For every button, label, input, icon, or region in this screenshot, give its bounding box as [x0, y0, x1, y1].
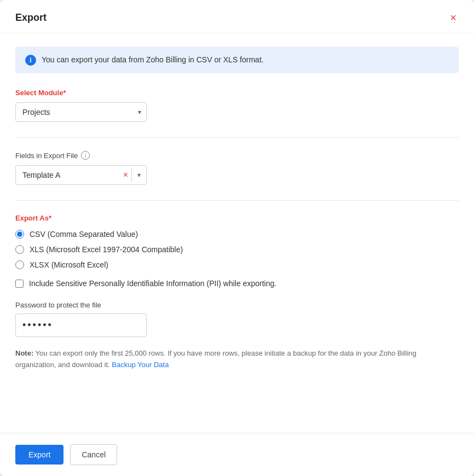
modal-title: Export [15, 12, 47, 24]
radio-xls-input[interactable] [15, 245, 24, 254]
radio-xls[interactable]: XLS (Microsoft Excel 1997-2004 Compatibl… [15, 245, 459, 254]
fields-export-label: Fields in Export File [15, 152, 78, 160]
radio-xlsx-input[interactable] [15, 260, 24, 269]
password-section: Password to protect the file [15, 301, 459, 348]
note-body: You can export only the first 25,000 row… [15, 349, 417, 369]
select-module-label: Select Module* [15, 89, 459, 97]
password-label: Password to protect the file [15, 301, 459, 309]
fields-export-info-icon[interactable]: i [81, 151, 90, 160]
radio-xls-label: XLS (Microsoft Excel 1997-2004 Compatibl… [30, 245, 183, 254]
export-as-label: Export As* [15, 214, 459, 222]
close-button[interactable]: × [448, 11, 459, 24]
info-icon: i [25, 55, 36, 66]
template-select-wrapper: Template A × ▾ [15, 165, 147, 185]
info-banner-text: You can export your data from Zoho Billi… [42, 54, 264, 66]
fields-export-section: Fields in Export File i Template A × ▾ [15, 151, 459, 185]
divider-1 [15, 137, 459, 138]
template-value: Template A [16, 166, 120, 184]
radio-csv-input[interactable] [15, 230, 24, 239]
divider-2 [15, 200, 459, 201]
module-select[interactable]: Projects Invoices Customers Items [15, 102, 147, 122]
module-select-wrapper: Projects Invoices Customers Items ▾ [15, 102, 147, 122]
radio-csv[interactable]: CSV (Comma Separated Value) [15, 230, 459, 239]
radio-xlsx-label: XLSX (Microsoft Excel) [30, 260, 108, 269]
cancel-button[interactable]: Cancel [70, 444, 117, 465]
note-text: Note: You can export only the first 25,0… [15, 348, 459, 371]
export-as-section: Export As* CSV (Comma Separated Value) X… [15, 214, 459, 371]
modal-header: Export × [0, 0, 474, 33]
modal-footer: Export Cancel [0, 433, 474, 476]
password-input[interactable] [15, 314, 147, 337]
pii-checkbox-item[interactable]: Include Sensitive Personally Identifiabl… [15, 279, 459, 288]
export-format-radio-group: CSV (Comma Separated Value) XLS (Microso… [15, 230, 459, 269]
export-button[interactable]: Export [15, 445, 63, 465]
fields-export-label-row: Fields in Export File i [15, 151, 459, 160]
template-clear-button[interactable]: × [120, 171, 131, 179]
select-module-section: Select Module* Projects Invoices Custome… [15, 89, 459, 122]
note-label: Note: [15, 349, 33, 357]
pii-checkbox-input[interactable] [15, 280, 24, 288]
radio-xlsx[interactable]: XLSX (Microsoft Excel) [15, 260, 459, 269]
export-modal: Export × i You can export your data from… [0, 0, 474, 476]
modal-body: i You can export your data from Zoho Bil… [0, 33, 474, 433]
backup-link[interactable]: Backup Your Data [112, 361, 169, 369]
template-dropdown-arrow-icon[interactable]: ▾ [132, 171, 146, 179]
info-banner: i You can export your data from Zoho Bil… [15, 47, 459, 73]
pii-checkbox-label: Include Sensitive Personally Identifiabl… [29, 279, 276, 288]
radio-csv-label: CSV (Comma Separated Value) [30, 230, 138, 239]
